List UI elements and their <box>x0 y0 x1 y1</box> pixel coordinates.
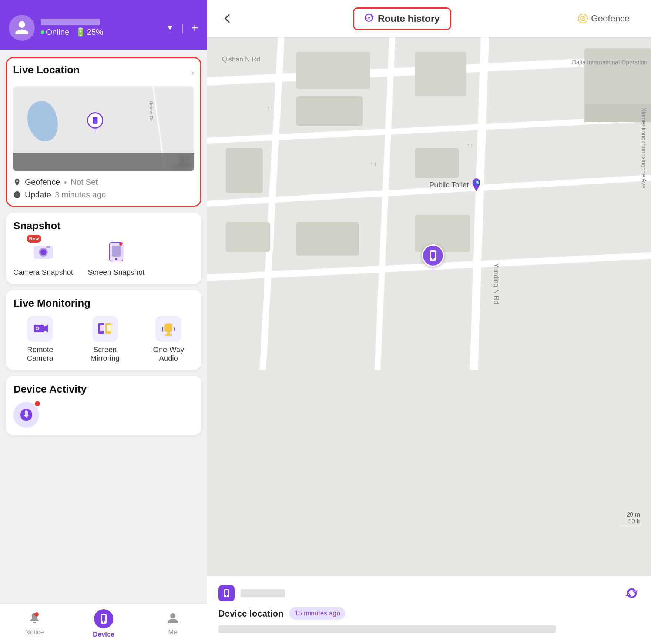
svg-point-24 <box>170 613 175 618</box>
nav-device-label: Device <box>93 631 114 638</box>
svg-rect-0 <box>93 117 98 124</box>
svg-rect-42 <box>431 252 435 258</box>
screen-snapshot-icon-wrap <box>103 238 129 264</box>
nav-me-label: Me <box>168 628 177 636</box>
new-badge: New <box>27 235 42 243</box>
poi-label: Public Toilet <box>429 181 469 189</box>
map-area[interactable]: ↑↑ ↑↑ ↑↑ Qishan N Rd Yunding N Rd Xiamen… <box>207 37 651 644</box>
nav-notice[interactable]: Notice <box>0 604 69 644</box>
screen-mirroring-label: Screen Mirroring <box>78 346 132 363</box>
svg-marker-11 <box>44 325 48 332</box>
svg-rect-15 <box>100 325 104 331</box>
header-icons: ▼ | + <box>166 21 198 35</box>
bottom-nav: Notice Device Me <box>0 603 207 644</box>
scroll-content: Live Location › Helms Rd <box>0 50 207 603</box>
screen-mirroring-item[interactable]: Screen Mirroring <box>78 316 132 363</box>
camera-snapshot-label: Camera Snapshot <box>13 268 73 277</box>
svg-text:↑↑: ↑↑ <box>466 141 474 150</box>
svg-point-28 <box>582 18 584 19</box>
device-location-label: Device location <box>218 608 283 619</box>
svg-line-33 <box>474 37 485 370</box>
online-status: Online <box>41 27 70 37</box>
device-activity-title: Device Activity <box>13 383 194 395</box>
building-5 <box>226 148 263 193</box>
location-blob <box>24 99 61 144</box>
public-toilet-poi: Public Toilet ♿ <box>429 178 482 192</box>
right-header: ↺ Route history Geofence <box>207 0 651 37</box>
svg-point-44 <box>226 595 227 597</box>
svg-line-31 <box>263 37 281 370</box>
device-activity-card: Device Activity <box>6 376 201 435</box>
svg-rect-5 <box>46 246 50 248</box>
street-label-dajia: Dajia International Operation <box>572 59 647 66</box>
svg-point-13 <box>37 328 38 330</box>
snapshot-card: Snapshot New Camera Snapshot <box>6 213 201 284</box>
bottom-info-panel: Device location 15 minutes ago <box>207 576 651 644</box>
svg-rect-19 <box>165 334 172 336</box>
map-preview: Helms Rd <box>13 86 194 171</box>
svg-text:♿: ♿ <box>474 180 480 185</box>
camera-snapshot-icon-wrap: New <box>30 238 56 264</box>
screen-mirroring-icon <box>92 316 118 342</box>
live-monitoring-card: Live Monitoring Remote Camera <box>6 290 201 370</box>
nav-me[interactable]: Me <box>138 604 207 644</box>
dropdown-icon[interactable]: ▼ <box>166 23 174 33</box>
building-6 <box>226 222 270 252</box>
device-pin-map <box>422 244 444 273</box>
header-tabs: ↺ Route history <box>244 7 560 30</box>
map-bottom-strip <box>13 153 194 171</box>
right-panel: ↺ Route history Geofence <box>207 0 651 644</box>
left-panel: Online 🔋 25% ▼ | + Live Location › <box>0 0 207 644</box>
scale-bar: 20 m 50 ft <box>618 511 640 525</box>
avatar <box>9 15 35 41</box>
svg-rect-7 <box>112 246 121 257</box>
building-7 <box>296 222 359 256</box>
back-button[interactable] <box>218 9 237 28</box>
route-history-tab[interactable]: ↺ Route history <box>353 7 452 30</box>
svg-point-9 <box>119 243 122 246</box>
svg-point-4 <box>40 249 46 255</box>
snapshot-items: New Camera Snapshot <box>13 237 194 277</box>
svg-point-8 <box>115 258 117 260</box>
remote-camera-icon <box>27 316 53 342</box>
building-4 <box>415 148 459 178</box>
svg-point-22 <box>103 621 104 623</box>
street-label-yunding: Yunding N Rd <box>492 263 500 304</box>
svg-point-41 <box>432 258 434 260</box>
device-name-blurred <box>241 589 285 597</box>
header: Online 🔋 25% ▼ | + <box>0 0 207 50</box>
live-location-card[interactable]: Live Location › Helms Rd <box>6 57 201 207</box>
svg-rect-18 <box>167 332 170 334</box>
geofence-tab[interactable]: Geofence <box>567 9 640 28</box>
remote-camera-item[interactable]: Remote Camera <box>13 316 67 363</box>
svg-text:↑↑: ↑↑ <box>370 160 377 168</box>
activity-icon-1 <box>13 402 39 428</box>
screen-snapshot-item[interactable]: Screen Snapshot <box>88 238 144 277</box>
address-blurred <box>218 625 556 633</box>
activity-item-1[interactable] <box>13 402 39 428</box>
remote-camera-label: Remote Camera <box>13 346 67 363</box>
building-3 <box>415 52 466 96</box>
chevron-right-icon[interactable]: › <box>191 67 194 79</box>
building-1 <box>296 52 370 89</box>
add-button[interactable]: + <box>191 21 198 35</box>
one-way-audio-label: One-Way Audio <box>143 346 194 363</box>
one-way-audio-item[interactable]: One-Way Audio <box>143 316 194 363</box>
header-info: Online 🔋 25% <box>41 19 160 37</box>
device-icon-small <box>218 585 235 601</box>
refresh-button[interactable] <box>624 585 640 601</box>
street-label-qishan: Qishan N Rd <box>222 56 260 63</box>
time-ago-badge: 15 minutes ago <box>289 607 345 620</box>
activity-items <box>13 400 194 428</box>
building-2 <box>296 96 363 126</box>
camera-snapshot-item[interactable]: New Camera Snapshot <box>13 238 73 277</box>
nav-device[interactable]: Device <box>69 604 138 644</box>
battery-status: 🔋 25% <box>75 27 103 37</box>
device-info-row <box>218 585 640 601</box>
one-way-audio-icon <box>155 316 181 342</box>
svg-point-1 <box>95 121 96 123</box>
map-full: ↑↑ ↑↑ ↑↑ Qishan N Rd Yunding N Rd Xiamen… <box>207 37 651 644</box>
live-location-title: Live Location <box>13 64 80 76</box>
user-name-blurred <box>41 19 100 25</box>
svg-text:↺: ↺ <box>368 16 371 20</box>
